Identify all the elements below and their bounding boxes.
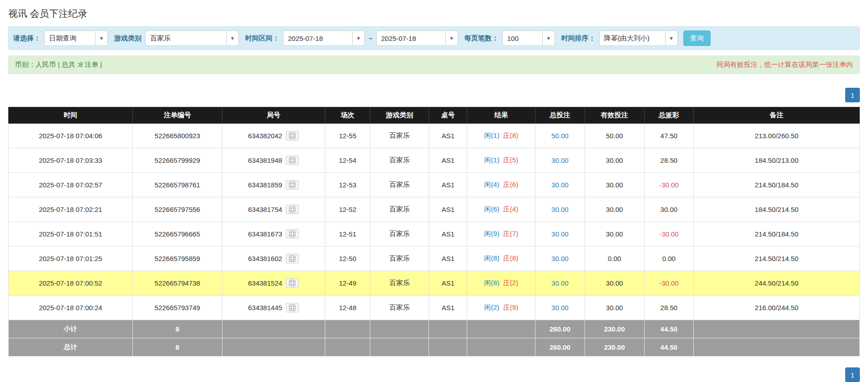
- pagination-page-1[interactable]: 1: [845, 88, 860, 102]
- dice-icon: [288, 304, 296, 311]
- page-size-caret-button[interactable]: ▼: [542, 30, 555, 46]
- game-replay-button[interactable]: [286, 156, 299, 165]
- table-row: 2025-07-18 07:04:06 522665800923 6343820…: [9, 124, 860, 148]
- grand-total-count: 8: [133, 338, 222, 357]
- header-round-id: 局号: [222, 107, 325, 124]
- betting-records-table: 时间 注单编号 局号 场次 游戏类别 桌号 结果 总投注 有效投注 总派彩 备注…: [8, 107, 860, 357]
- cell-round-id: 634381445: [222, 296, 325, 320]
- cell-result: 闲(8) 庄(2): [467, 271, 535, 296]
- cell-game-type: 百家乐: [370, 173, 429, 197]
- subtotal-valid-bet: 230.00: [585, 320, 644, 338]
- cell-total-bet: 30.00: [535, 197, 585, 222]
- total-bet-link[interactable]: 50.00: [551, 132, 569, 140]
- sort-combo: ▼: [599, 30, 678, 46]
- cell-bet-id: 522665794738: [133, 271, 222, 296]
- cell-bet-id: 522665796665: [133, 222, 222, 246]
- total-bet-link[interactable]: 30.00: [551, 304, 569, 312]
- search-button[interactable]: 查询: [683, 30, 711, 46]
- header-valid-bet: 有效投注: [585, 107, 644, 124]
- game-type-caret-button[interactable]: ▼: [226, 30, 239, 46]
- game-type-label: 游戏类别: [114, 34, 141, 43]
- select-label: 请选择：: [13, 34, 40, 43]
- total-bet-link[interactable]: 30.00: [551, 206, 569, 213]
- page-size-input[interactable]: [502, 30, 542, 46]
- cell-result: 闲(4) 庄(6): [467, 173, 535, 197]
- table-row: 2025-07-18 07:01:25 522665795859 6343816…: [9, 246, 860, 271]
- cell-note: 184.50/213.00: [694, 148, 860, 173]
- cell-payout: -30.00: [644, 173, 694, 197]
- cell-note: 244.50/214.50: [694, 271, 860, 296]
- result-banker: 庄(2): [503, 279, 518, 286]
- game-type-combo: ▼: [145, 30, 239, 46]
- header-result: 结果: [467, 107, 535, 124]
- game-type-input[interactable]: [145, 30, 226, 46]
- pagination-page-1[interactable]: 1: [845, 367, 860, 382]
- game-replay-button[interactable]: [286, 180, 299, 190]
- chevron-down-icon: ▼: [356, 35, 361, 41]
- dice-icon: [288, 157, 296, 164]
- table-row: 2025-07-18 07:03:33 522665799929 6343819…: [9, 148, 860, 173]
- game-replay-button[interactable]: [286, 254, 299, 263]
- cell-valid-bet: 30.00: [585, 271, 644, 296]
- query-type-input[interactable]: [44, 30, 95, 46]
- summary-note: 同局有效投注，统一计算在该局第一张注单内: [717, 60, 853, 69]
- table-header: 时间 注单编号 局号 场次 游戏类别 桌号 结果 总投注 有效投注 总派彩 备注: [9, 107, 860, 124]
- total-bet-link[interactable]: 30.00: [551, 230, 569, 238]
- date-to-caret-button[interactable]: ▼: [445, 30, 458, 46]
- dice-icon: [288, 181, 296, 188]
- cell-time: 2025-07-18 07:04:06: [9, 124, 133, 148]
- date-from-input[interactable]: [283, 30, 352, 46]
- cell-time: 2025-07-18 07:02:57: [9, 173, 133, 197]
- game-replay-button[interactable]: [286, 229, 299, 239]
- cell-valid-bet: 30.00: [585, 173, 644, 197]
- subtotal-label: 小计: [9, 320, 133, 338]
- pagination-top: 1: [8, 88, 860, 102]
- result-player: 闲(9): [484, 230, 499, 237]
- cell-game-type: 百家乐: [370, 271, 429, 296]
- cell-session: 12-52: [325, 197, 370, 222]
- dice-icon: [288, 132, 296, 139]
- header-payout: 总派彩: [644, 107, 694, 124]
- cell-game-type: 百家乐: [370, 296, 429, 320]
- total-bet-link[interactable]: 30.00: [551, 279, 569, 287]
- cell-result: 闲(1) 庄(8): [467, 124, 535, 148]
- cell-round-id: 634381602: [222, 246, 325, 271]
- sort-caret-button[interactable]: ▼: [665, 30, 678, 46]
- cell-payout: 28.50: [644, 296, 694, 320]
- round-id-text: 634381859: [248, 181, 282, 189]
- chevron-down-icon: ▼: [669, 35, 674, 41]
- cell-session: 12-54: [325, 148, 370, 173]
- game-replay-button[interactable]: [286, 205, 299, 214]
- game-replay-button[interactable]: [286, 278, 299, 288]
- game-replay-button[interactable]: [286, 303, 299, 312]
- total-bet-link[interactable]: 30.00: [551, 156, 569, 164]
- result-banker: 庄(4): [503, 205, 518, 213]
- dice-icon: [288, 231, 296, 237]
- cell-note: 214.50/184.50: [694, 222, 860, 246]
- cell-session: 12-48: [325, 296, 370, 320]
- grand-total-row: 总计 8 260.00 230.00 44.50: [9, 338, 860, 357]
- sort-input[interactable]: [599, 30, 665, 46]
- page-title: 视讯 会员下注纪录: [8, 0, 860, 26]
- cell-time: 2025-07-18 07:03:33: [9, 148, 133, 173]
- cell-round-id: 634381859: [222, 173, 325, 197]
- total-bet-link[interactable]: 30.00: [551, 181, 569, 189]
- cell-table-no: AS1: [429, 222, 467, 246]
- cell-game-type: 百家乐: [370, 246, 429, 271]
- result-player: 闲(1): [484, 131, 499, 139]
- date-from-caret-button[interactable]: ▼: [352, 30, 365, 46]
- cell-time: 2025-07-18 07:01:51: [9, 222, 133, 246]
- chevron-down-icon: ▼: [449, 35, 454, 41]
- cell-table-no: AS1: [429, 173, 467, 197]
- grand-total-total-bet: 260.00: [535, 338, 585, 357]
- cell-payout: 30.00: [644, 197, 694, 222]
- game-replay-button[interactable]: [286, 131, 299, 141]
- round-id-text: 634381602: [248, 255, 282, 262]
- date-to-input[interactable]: [376, 30, 445, 46]
- total-bet-link[interactable]: 30.00: [551, 255, 569, 262]
- query-type-caret-button[interactable]: ▼: [95, 30, 108, 46]
- header-session: 场次: [325, 107, 370, 124]
- cell-note: 216.00/244.50: [694, 296, 860, 320]
- chevron-down-icon: ▼: [546, 35, 551, 41]
- cell-total-bet: 30.00: [535, 173, 585, 197]
